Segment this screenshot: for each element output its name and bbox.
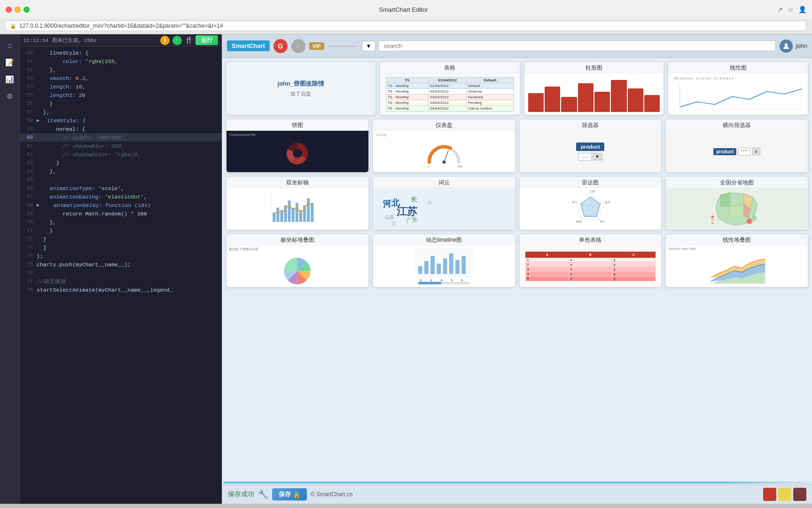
- bookmark-icon[interactable]: ☆: [788, 6, 794, 13]
- svg-rect-52: [449, 254, 453, 274]
- svg-rect-38: [711, 216, 714, 217]
- line-chart-card[interactable]: 线性图 Basic Line Chart: [668, 62, 808, 115]
- pie-chart-preview: Customized Pie: [226, 131, 368, 172]
- traffic-lights: [6, 7, 30, 13]
- user-icon[interactable]: 👤: [798, 6, 806, 13]
- bar-chart-card[interactable]: 柱形图: [524, 62, 664, 115]
- hfilter-preview: product **** ∨: [666, 131, 808, 172]
- map-title: 全国分省地图: [666, 177, 808, 188]
- pie-chart-card[interactable]: 饼图 Customized Pie: [226, 119, 369, 173]
- mono-table-preview: A B C 1xy 2xy 3xy 4xy 5xy: [520, 246, 662, 287]
- svg-point-55: [420, 279, 422, 281]
- category-dropdown[interactable]: ▼: [362, 41, 376, 51]
- code-line-66: 66 animationType: 'scale',: [20, 184, 222, 192]
- code-line-68: 68 ▶ animationDelay: function (idx): [20, 201, 222, 209]
- code-line-74: 74 };: [20, 252, 222, 260]
- line-chart-preview: Basic Line Chart: [668, 73, 808, 115]
- upload-icon[interactable]: ↑: [172, 36, 182, 45]
- svg-text:100: 100: [457, 165, 462, 168]
- status-time: 12:11:14: [23, 38, 48, 43]
- svg-rect-61: [418, 282, 442, 285]
- timeline-card[interactable]: 动态timeline图: [373, 234, 515, 287]
- fork-icon: 🍴: [185, 36, 193, 44]
- svg-point-37: [753, 215, 757, 221]
- code-line-72: 72 }: [20, 235, 222, 243]
- code-line-67: 67 animationEasing: 'elasticOut',: [20, 192, 222, 201]
- code-line-51: 51 color: 'rgba(255,: [20, 57, 222, 65]
- filter-title: 筛选器: [520, 119, 662, 131]
- color-dot-dark[interactable]: [793, 488, 806, 501]
- save-success-label: 保存成功: [228, 490, 254, 499]
- address-bar[interactable]: 🔒 127.0.0.1:8000/echart/editor_min/?char…: [6, 21, 806, 31]
- code-line-76: 76: [20, 269, 222, 277]
- user-avatar[interactable]: [780, 40, 793, 53]
- sidebar-item-note[interactable]: 📝: [2, 55, 17, 70]
- dualaxis-card[interactable]: 双坐标轴: [226, 176, 369, 230]
- run-button[interactable]: 运行: [195, 35, 218, 45]
- browser-toolbar: SmartChart Editor ↗ ☆ 👤: [0, 0, 812, 19]
- maximize-button[interactable]: [23, 7, 30, 13]
- svg-point-58: [451, 279, 453, 281]
- save-button[interactable]: 保存 🔒: [272, 488, 307, 500]
- color-dot-red[interactable]: [763, 488, 776, 501]
- g-icon[interactable]: G: [273, 39, 288, 53]
- code-line-75: 75 charts.push(myChart__name__);: [20, 260, 222, 269]
- svg-rect-48: [424, 261, 429, 274]
- svg-rect-49: [430, 256, 435, 274]
- save-label: 保存: [279, 490, 291, 499]
- sidebar-item-settings[interactable]: ⚙: [2, 89, 17, 104]
- svg-text:力量: 力量: [589, 190, 595, 193]
- bottom-area: [0, 504, 812, 508]
- svg-text:智力: 智力: [571, 201, 577, 204]
- code-line-59: 59 normal: {: [20, 125, 222, 133]
- address-bar-row: 🔒 127.0.0.1:8000/echart/editor_min/?char…: [0, 19, 812, 34]
- smartchart-logo-button[interactable]: SmartChart: [227, 40, 270, 51]
- dropdown-label: ▼: [366, 43, 372, 49]
- polar-title: 极坐标堆叠图: [226, 234, 368, 246]
- wordcloud-card[interactable]: 词云 河北 长 江苏 山东 广东 浙 辽: [373, 176, 515, 230]
- table-chart-card[interactable]: 表格 TS01/04/2012Default TS - Monthly01/04…: [380, 62, 520, 115]
- svg-point-5: [293, 149, 302, 158]
- svg-rect-54: [461, 256, 466, 274]
- svg-line-6: [444, 151, 448, 162]
- radar-title: 雷达图: [520, 177, 662, 188]
- mono-table-card[interactable]: 单色表格 A B C 1xy: [519, 234, 662, 287]
- sidebar-item-chart[interactable]: 📊: [2, 72, 17, 87]
- search-input[interactable]: [378, 40, 776, 51]
- code-line-69: 69 return Math.random() * 200: [20, 209, 222, 218]
- filter-card[interactable]: 筛选器 product ---- ▼: [519, 119, 662, 173]
- radar-card[interactable]: 雷达图: [519, 176, 662, 230]
- color-dot-yellow[interactable]: [778, 488, 791, 501]
- code-line-57: 57 },: [20, 108, 222, 116]
- share-icon[interactable]: ↗: [777, 6, 783, 13]
- username-label: john: [796, 42, 807, 49]
- gauge-chart-preview: Gauge 0 100: [373, 131, 515, 172]
- status-bar: 12:11:14 图表已生成, 25ms ℹ ↑ 🍴 运行: [20, 34, 222, 47]
- dualaxis-title: 双坐标轴: [226, 177, 368, 188]
- save-emoji: 🔧: [258, 489, 268, 500]
- polar-card[interactable]: 极坐标堆叠图 极坐标下堆叠柱状图: [226, 234, 369, 287]
- circle-icon[interactable]: ○: [291, 39, 305, 53]
- code-line-64: 64 },: [20, 167, 222, 175]
- map-card[interactable]: 全国分省地图: [665, 176, 808, 230]
- gauge-chart-card[interactable]: 仪表盘 Gauge 0 100: [373, 119, 515, 173]
- info-icon[interactable]: ℹ: [160, 36, 170, 45]
- code-lines: 50 lineStyle: { 51 color: 'rgba(255, 52 …: [20, 47, 222, 296]
- stacked-card[interactable]: 线性堆叠图 Stacked area chart: [665, 234, 808, 287]
- minimize-button[interactable]: [15, 7, 21, 13]
- sidebar-item-home[interactable]: ⌂: [2, 38, 17, 53]
- svg-point-57: [440, 279, 442, 281]
- scroll-indicator: [223, 482, 811, 484]
- user-chart-subtitle: 加了点盐: [290, 90, 311, 97]
- code-line-55: 55 length2: 20: [20, 91, 222, 99]
- code-line-50: 50 lineStyle: {: [20, 48, 222, 57]
- svg-rect-39: [711, 218, 714, 220]
- stacked-preview: Stacked area chart: [666, 246, 808, 287]
- svg-marker-31: [580, 197, 600, 216]
- user-chart-card[interactable]: john_饼图改陈情 加了点盐: [226, 62, 376, 115]
- close-button[interactable]: [6, 7, 12, 13]
- timeline-preview: [373, 246, 515, 287]
- bar-chart-title: 柱形图: [524, 62, 664, 73]
- hfilter-card[interactable]: 横向筛选器 product **** ∨: [665, 119, 808, 173]
- svg-text:速度: 速度: [605, 200, 610, 204]
